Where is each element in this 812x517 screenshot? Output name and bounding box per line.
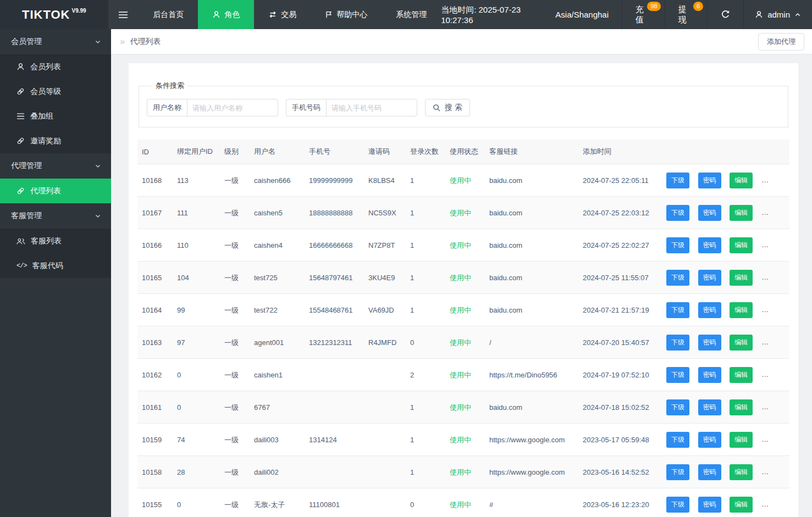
nav-dashboard[interactable]: 后台首页 xyxy=(139,0,198,29)
cell-login-count: 1 xyxy=(406,197,445,229)
cell-invite-code: R4JMFD xyxy=(364,326,406,359)
nav-help-center[interactable]: 帮助中心 xyxy=(311,0,382,29)
sidebar-item-service-list[interactable]: 客服列表 xyxy=(0,229,111,253)
nav-system[interactable]: 系统管理 xyxy=(382,0,441,29)
cell-actions: 下级 密码 编辑 禁用 xyxy=(662,456,789,488)
table-row: 10162 0 一级 caishen1 2 使用中 https://t.me/D… xyxy=(137,359,789,391)
password-button[interactable]: 密码 xyxy=(698,399,721,415)
cell-service-link: https://t.me/Dino5956 xyxy=(485,359,578,391)
password-button[interactable]: 密码 xyxy=(698,237,721,253)
breadcrumb-current[interactable]: 代理列表 xyxy=(130,37,161,47)
link-icon xyxy=(16,137,25,145)
sub-agent-button[interactable]: 下级 xyxy=(666,497,689,513)
password-button[interactable]: 密码 xyxy=(698,335,721,351)
sidebar-item-service-code[interactable]: </> 客服代码 xyxy=(0,253,111,278)
sidebar-item-member-list[interactable]: 会员列表 xyxy=(0,54,111,79)
edit-button[interactable]: 编辑 xyxy=(730,432,753,448)
cell-added-time: 2023-05-16 12:23:20 xyxy=(578,488,662,517)
sub-agent-button[interactable]: 下级 xyxy=(666,432,689,448)
cell-username: caishen4 xyxy=(250,229,305,262)
edit-button[interactable]: 编辑 xyxy=(730,270,753,286)
sub-agent-button[interactable]: 下级 xyxy=(666,399,689,415)
disable-button[interactable]: 禁用 xyxy=(761,335,785,351)
password-button[interactable]: 密码 xyxy=(698,302,721,318)
disable-button[interactable]: 禁用 xyxy=(761,464,785,480)
edit-button[interactable]: 编辑 xyxy=(730,399,753,415)
cell-status: 使用中 xyxy=(445,229,485,262)
search-button-label: 搜 索 xyxy=(445,103,462,113)
password-button[interactable]: 密码 xyxy=(698,464,721,480)
disable-button[interactable]: 禁用 xyxy=(761,399,785,415)
edit-button[interactable]: 编辑 xyxy=(730,367,753,383)
cell-actions: 下级 密码 编辑 禁用 xyxy=(662,229,789,262)
hamburger-icon xyxy=(118,11,128,19)
status-text: 使用中 xyxy=(450,501,471,509)
status-text: 使用中 xyxy=(450,338,471,347)
search-legend: 条件搜索 xyxy=(152,81,187,91)
table-row: 10158 28 一级 daili002 1 使用中 https://www.g… xyxy=(137,456,789,488)
cell-login-count: 1 xyxy=(406,262,445,294)
nav-roles-label: 角色 xyxy=(224,10,240,20)
disable-button[interactable]: 禁用 xyxy=(761,237,785,253)
item-label: 客服列表 xyxy=(31,236,62,246)
sub-agent-button[interactable]: 下级 xyxy=(666,270,689,286)
sub-agent-button[interactable]: 下级 xyxy=(666,205,689,221)
withdraw-button[interactable]: 提现 6 xyxy=(665,0,708,29)
cell-phone: 1314124 xyxy=(305,424,364,456)
cell-status: 使用中 xyxy=(445,294,485,326)
disable-button[interactable]: 禁用 xyxy=(761,270,785,286)
disable-button[interactable]: 禁用 xyxy=(761,367,785,383)
cell-invite-code xyxy=(364,488,406,517)
password-button[interactable]: 密码 xyxy=(698,205,721,221)
sidebar-group-member-management[interactable]: 会员管理 xyxy=(0,29,111,54)
cell-login-count: 1 xyxy=(406,294,445,326)
disable-button[interactable]: 禁用 xyxy=(761,302,785,318)
disable-button[interactable]: 禁用 xyxy=(761,497,785,513)
cell-id: 10168 xyxy=(137,164,173,197)
edit-button[interactable]: 编辑 xyxy=(730,464,753,480)
sub-agent-button[interactable]: 下级 xyxy=(666,335,689,351)
edit-button[interactable]: 编辑 xyxy=(730,205,753,221)
menu-toggle-icon[interactable] xyxy=(108,0,139,29)
cell-level: 一级 xyxy=(220,424,250,456)
password-button[interactable]: 密码 xyxy=(698,497,721,513)
disable-button[interactable]: 禁用 xyxy=(761,173,785,188)
sidebar-item-agent-list[interactable]: 代理列表 xyxy=(0,179,111,203)
cell-actions: 下级 密码 编辑 禁用 xyxy=(662,424,789,456)
add-agent-button[interactable]: 添加代理 xyxy=(758,33,804,51)
password-button[interactable]: 密码 xyxy=(698,432,721,448)
sidebar-item-stack-group[interactable]: 叠加组 xyxy=(0,104,111,129)
sub-agent-button[interactable]: 下级 xyxy=(666,173,689,188)
nav-help-label: 帮助中心 xyxy=(336,10,367,20)
sidebar-group-service-management[interactable]: 客服管理 xyxy=(0,203,111,229)
cell-id: 10165 xyxy=(137,262,173,294)
sub-agent-button[interactable]: 下级 xyxy=(666,367,689,383)
user-menu[interactable]: admin xyxy=(743,0,812,29)
password-button[interactable]: 密码 xyxy=(698,173,721,188)
agent-table: ID 绑定用户ID 级别 用户名 手机号 邀请码 登录次数 使用状态 客服链接 … xyxy=(137,140,789,517)
disable-button[interactable]: 禁用 xyxy=(761,432,785,448)
nav-roles[interactable]: 角色 xyxy=(198,0,254,29)
username-input[interactable] xyxy=(187,99,278,116)
nav-trade[interactable]: 交易 xyxy=(254,0,311,29)
cell-id: 10162 xyxy=(137,359,173,391)
password-button[interactable]: 密码 xyxy=(698,367,721,383)
search-button[interactable]: 搜 索 xyxy=(425,99,470,116)
disable-button[interactable]: 禁用 xyxy=(761,205,785,221)
sub-agent-button[interactable]: 下级 xyxy=(666,302,689,318)
sidebar-group-agent-management[interactable]: 代理管理 xyxy=(0,153,111,179)
recharge-button[interactable]: 充值 98 xyxy=(622,0,665,29)
edit-button[interactable]: 编辑 xyxy=(730,237,753,253)
password-button[interactable]: 密码 xyxy=(698,270,721,286)
sidebar-item-invite-reward[interactable]: 邀请奖励 xyxy=(0,129,111,153)
edit-button[interactable]: 编辑 xyxy=(730,302,753,318)
refresh-button[interactable] xyxy=(707,0,743,29)
sub-agent-button[interactable]: 下级 xyxy=(666,464,689,480)
sub-agent-button[interactable]: 下级 xyxy=(666,237,689,253)
edit-button[interactable]: 编辑 xyxy=(730,335,753,351)
phone-input[interactable] xyxy=(326,99,417,116)
edit-button[interactable]: 编辑 xyxy=(730,497,753,513)
item-label: 会员列表 xyxy=(30,62,61,72)
edit-button[interactable]: 编辑 xyxy=(730,173,753,188)
sidebar-item-member-level[interactable]: 会员等级 xyxy=(0,79,111,104)
